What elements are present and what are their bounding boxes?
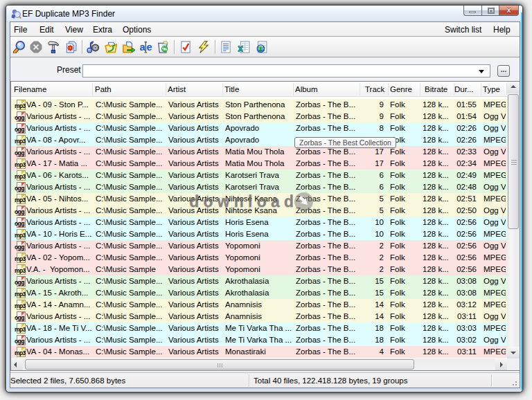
svg-text:a: a (140, 42, 145, 53)
svg-text:e: e (147, 42, 152, 53)
